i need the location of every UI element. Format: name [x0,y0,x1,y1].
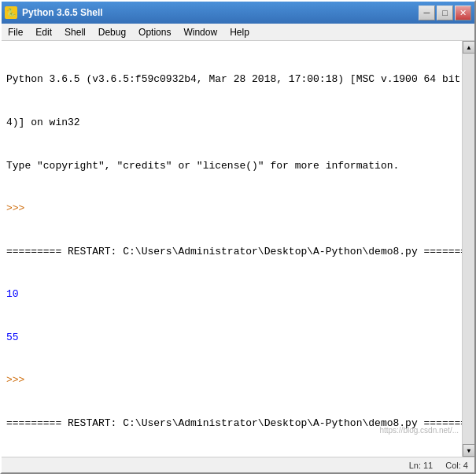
line-2: 4)] on win32 [6,116,470,130]
scroll-down-button[interactable]: ▼ [463,444,474,457]
app-icon: 🐍 [5,6,17,19]
line-4: >>> [6,202,470,216]
col-number: Col: 4 [445,461,468,470]
shell-output: Python 3.6.5 (v3.6.5:f59c0932b4, Mar 28 … [6,44,470,454]
status-bar: Ln: 11 Col: 4 [2,457,474,472]
maximize-button[interactable]: □ [437,6,453,20]
line-number: Ln: 11 [409,461,434,470]
minimize-button[interactable]: ─ [419,6,435,20]
scroll-track[interactable] [463,54,474,444]
window-title: Python 3.6.5 Shell [22,7,103,18]
menu-debug[interactable]: Debug [92,24,132,40]
watermark: https://blog.csdn.net/... [379,426,459,435]
menu-edit[interactable]: Edit [29,24,58,40]
window-controls: ─ □ ✕ [419,6,471,20]
main-window: 🐍 Python 3.6.5 Shell ─ □ ✕ File Edit She… [0,0,476,474]
menu-options[interactable]: Options [132,24,177,40]
title-bar-left: 🐍 Python 3.6.5 Shell [5,6,103,19]
scroll-up-button[interactable]: ▲ [463,41,474,54]
menu-shell[interactable]: Shell [58,24,92,40]
menu-bar: File Edit Shell Debug Options Window Hel… [2,24,474,41]
scrollbar[interactable]: ▲ ▼ [462,41,474,457]
menu-help[interactable]: Help [223,24,256,40]
line-7: 55 [6,331,470,345]
line-5: ========= RESTART: C:\Users\Administrato… [6,245,470,259]
close-button[interactable]: ✕ [455,6,471,20]
line-3: Type "copyright", "credits" or "license(… [6,159,470,173]
menu-file[interactable]: File [2,24,29,40]
line-8: >>> [6,373,470,387]
shell-content[interactable]: Python 3.6.5 (v3.6.5:f59c0932b4, Mar 28 … [2,41,474,457]
line-1: Python 3.6.5 (v3.6.5:f59c0932b4, Mar 28 … [6,72,470,87]
line-6: 10 [6,287,470,302]
title-bar: 🐍 Python 3.6.5 Shell ─ □ ✕ [2,2,474,24]
menu-window[interactable]: Window [177,24,223,40]
